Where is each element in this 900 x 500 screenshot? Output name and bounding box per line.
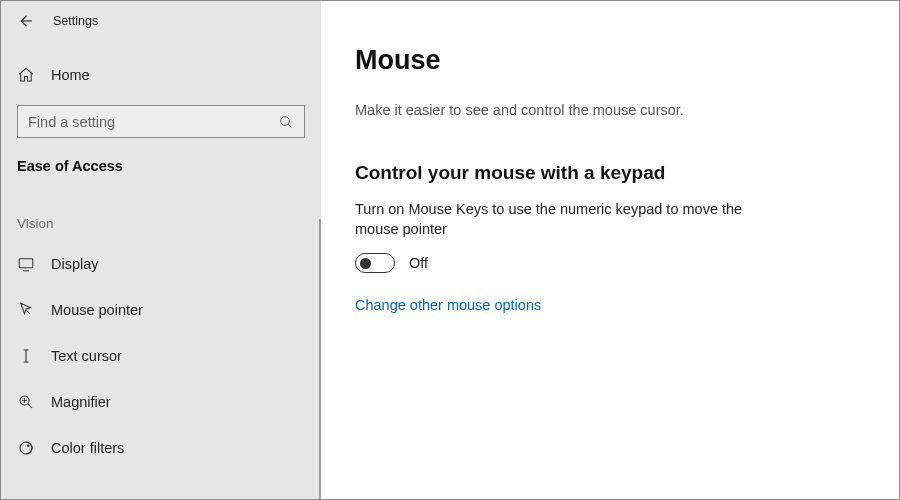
mouse-keys-toggle-row: Off	[355, 253, 851, 273]
page-title: Mouse	[355, 45, 851, 76]
main-content: Mouse Make it easier to see and control …	[321, 1, 899, 499]
toggle-knob-icon	[360, 258, 371, 269]
home-label: Home	[51, 67, 90, 83]
svg-rect-1	[19, 259, 33, 268]
svg-point-4	[28, 445, 30, 447]
back-button[interactable]	[15, 11, 35, 31]
magnifier-icon	[17, 393, 35, 411]
display-icon	[17, 255, 35, 273]
arrow-left-icon	[16, 12, 34, 30]
sidebar-item-text-cursor[interactable]: Text cursor	[1, 333, 321, 379]
section-description: Turn on Mouse Keys to use the numeric ke…	[355, 200, 785, 239]
sidebar-item-display[interactable]: Display	[1, 241, 321, 287]
nav-list: Display Mouse pointer Text cursor Magnif…	[1, 241, 321, 471]
mouse-pointer-icon	[17, 301, 35, 319]
color-filters-icon	[17, 439, 35, 457]
group-vision-label: Vision	[1, 174, 321, 241]
sidebar-item-home[interactable]: Home	[1, 55, 321, 95]
sidebar-item-label: Mouse pointer	[51, 302, 143, 318]
topbar: Settings	[1, 1, 321, 41]
section-title: Control your mouse with a keypad	[355, 162, 851, 184]
sidebar-item-label: Display	[51, 256, 99, 272]
toggle-state-label: Off	[409, 255, 428, 271]
svg-point-0	[281, 116, 290, 125]
sidebar-item-label: Color filters	[51, 440, 124, 456]
window-title: Settings	[53, 14, 98, 28]
sidebar: Settings Home Ease of Access Vision	[1, 1, 321, 499]
sidebar-item-label: Magnifier	[51, 394, 111, 410]
sidebar-scrollbar[interactable]	[319, 219, 321, 499]
sidebar-item-mouse-pointer[interactable]: Mouse pointer	[1, 287, 321, 333]
sidebar-item-color-filters[interactable]: Color filters	[1, 425, 321, 471]
search-input[interactable]	[28, 114, 268, 130]
settings-window: Settings Home Ease of Access Vision	[0, 0, 900, 500]
home-icon	[17, 66, 35, 84]
page-subtitle: Make it easier to see and control the mo…	[355, 102, 851, 118]
category-heading: Ease of Access	[1, 138, 321, 174]
sidebar-item-label: Text cursor	[51, 348, 122, 364]
search-container	[17, 105, 305, 138]
search-icon	[278, 114, 294, 130]
text-cursor-icon	[17, 347, 35, 365]
mouse-keys-toggle[interactable]	[355, 253, 395, 273]
change-other-mouse-options-link[interactable]: Change other mouse options	[355, 297, 541, 313]
search-box[interactable]	[17, 105, 305, 138]
sidebar-item-magnifier[interactable]: Magnifier	[1, 379, 321, 425]
